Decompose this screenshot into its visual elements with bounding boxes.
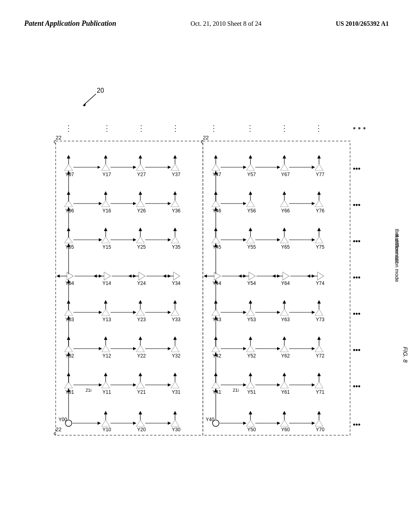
svg-marker-246 (99, 347, 102, 350)
svg-marker-133 (243, 238, 246, 241)
svg-text:Y34: Y34 (172, 281, 181, 286)
svg-marker-363 (277, 422, 280, 425)
svg-marker-166 (128, 274, 131, 278)
svg-marker-151 (67, 272, 73, 280)
svg-text:FIG. 8: FIG. 8 (402, 347, 407, 363)
svg-text:Y11: Y11 (102, 389, 111, 395)
svg-marker-227 (249, 300, 252, 303)
svg-text:Y35: Y35 (172, 244, 181, 250)
svg-text:Y27: Y27 (137, 172, 146, 177)
svg-marker-191 (317, 272, 324, 280)
svg-marker-22 (67, 155, 70, 158)
svg-text:Y66: Y66 (281, 208, 290, 214)
svg-text:⋮: ⋮ (171, 124, 179, 133)
svg-text:Y53: Y53 (247, 317, 256, 322)
svg-marker-173 (214, 272, 221, 280)
svg-marker-24 (102, 164, 110, 170)
svg-text:Y33: Y33 (172, 317, 181, 322)
svg-marker-146 (315, 237, 323, 243)
svg-text:Y50: Y50 (247, 427, 256, 432)
svg-marker-121 (139, 228, 142, 231)
svg-text:Y25: Y25 (137, 244, 146, 250)
svg-marker-27 (104, 155, 107, 158)
svg-text:Y17: Y17 (102, 172, 111, 177)
svg-marker-55 (283, 155, 286, 158)
svg-text:Y12: Y12 (102, 353, 111, 359)
svg-text:⋮: ⋮ (65, 124, 73, 133)
svg-marker-235 (312, 311, 315, 314)
svg-marker-143 (283, 228, 286, 231)
svg-marker-343 (133, 422, 136, 425)
svg-marker-253 (136, 345, 144, 352)
svg-marker-373 (317, 411, 321, 414)
svg-text:•••: ••• (353, 274, 361, 282)
svg-marker-68 (99, 202, 102, 205)
svg-text:Y76: Y76 (316, 208, 325, 214)
svg-marker-202 (102, 309, 110, 316)
svg-text:•••: ••• (353, 346, 361, 354)
svg-marker-145 (312, 238, 315, 241)
svg-marker-236 (315, 309, 323, 316)
svg-marker-201 (99, 311, 102, 314)
svg-text:22: 22 (203, 135, 209, 141)
svg-marker-46 (246, 164, 254, 170)
svg-marker-302 (139, 373, 142, 376)
svg-marker-123 (168, 238, 171, 241)
svg-marker-358 (246, 420, 254, 426)
svg-text:Y63: Y63 (281, 317, 290, 322)
svg-text:Y24: Y24 (137, 281, 146, 286)
svg-marker-316 (246, 382, 254, 388)
svg-text:•••: ••• (353, 237, 361, 245)
svg-marker-57 (312, 166, 315, 169)
svg-marker-29 (133, 166, 136, 169)
svg-marker-33 (139, 155, 142, 158)
svg-text:22: 22 (56, 426, 61, 432)
svg-marker-51 (277, 166, 280, 169)
svg-marker-292 (99, 383, 102, 387)
svg-marker-45 (243, 166, 246, 169)
svg-text:Y30: Y30 (172, 427, 181, 432)
svg-marker-367 (283, 411, 286, 414)
svg-text:Y67: Y67 (281, 172, 290, 177)
svg-text:Y16: Y16 (102, 208, 111, 214)
svg-marker-35 (168, 166, 171, 169)
svg-marker-172 (163, 274, 166, 278)
svg-text:Y22: Y22 (137, 353, 146, 359)
svg-marker-115 (104, 228, 107, 231)
svg-rect-16 (203, 141, 350, 435)
svg-marker-327 (312, 383, 315, 387)
svg-marker-224 (246, 309, 254, 316)
svg-text:•••: ••• (353, 201, 361, 209)
svg-marker-36 (171, 164, 179, 170)
svg-text:Y55: Y55 (247, 244, 256, 250)
svg-marker-139 (277, 238, 280, 241)
svg-text:⋮: ⋮ (280, 124, 288, 133)
svg-marker-321 (277, 383, 280, 387)
svg-marker-72 (104, 191, 107, 195)
svg-marker-262 (173, 337, 177, 340)
svg-marker-98 (283, 191, 286, 195)
svg-text:Y14: Y14 (102, 281, 111, 286)
svg-text:Y57: Y57 (247, 172, 256, 177)
svg-text:•••: ••• (353, 382, 361, 391)
svg-text:Y36: Y36 (172, 208, 181, 214)
svg-marker-205 (104, 300, 107, 303)
svg-text:Y64: Y64 (281, 281, 290, 286)
svg-marker-347 (139, 411, 142, 414)
svg-marker-214 (171, 309, 179, 316)
svg-marker-299 (136, 382, 144, 388)
svg-text:Y51: Y51 (247, 389, 256, 395)
svg-marker-353 (173, 411, 177, 414)
svg-text:Y54: Y54 (247, 281, 256, 286)
svg-marker-163 (139, 272, 145, 280)
svg-marker-349 (168, 422, 171, 425)
svg-marker-43 (214, 155, 217, 158)
svg-text:transformation mode: transformation mode (394, 234, 400, 282)
svg-text:Y37: Y37 (172, 172, 181, 177)
svg-marker-211 (139, 300, 142, 303)
svg-marker-39 (173, 155, 177, 158)
svg-marker-61 (317, 155, 321, 158)
svg-marker-239 (317, 300, 321, 303)
svg-text:Y32: Y32 (172, 353, 181, 359)
svg-marker-94 (249, 191, 252, 195)
